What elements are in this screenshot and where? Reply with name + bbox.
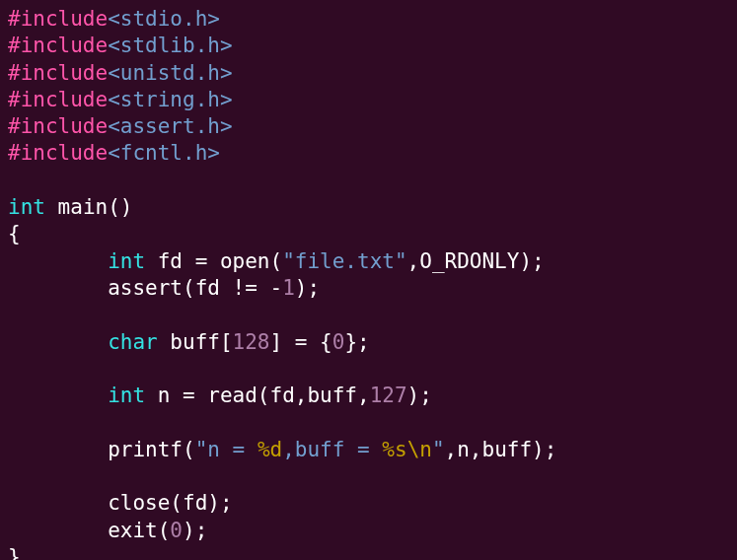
code-line-stmt: exit(0); <box>8 518 729 544</box>
code-text: }; <box>344 330 369 354</box>
string-literal: "file.txt" <box>282 249 406 273</box>
number-literal: 0 <box>332 330 345 354</box>
code-text: exit( <box>108 519 170 542</box>
preprocessor-directive: #include <box>8 61 108 85</box>
format-specifier: %d <box>258 438 282 461</box>
code-line-blank <box>8 409 729 436</box>
code-text: assert(fd != - <box>108 276 282 300</box>
code-text: ,n,buff); <box>445 438 557 461</box>
code-line-func-decl: int main() <box>8 194 729 221</box>
header-file: <assert.h> <box>108 114 232 138</box>
code-line-blank <box>8 356 729 383</box>
code-line-brace: { <box>8 221 729 247</box>
code-line-blank <box>8 463 729 490</box>
code-line-stmt: assert(fd != -1); <box>8 275 729 302</box>
preprocessor-directive: #include <box>8 7 108 31</box>
code-text: ); <box>407 384 432 407</box>
code-text: ,O_RDONLY); <box>407 249 545 273</box>
code-text: close(fd); <box>108 491 232 515</box>
code-line-include: #include<assert.h> <box>8 113 729 140</box>
code-line-include: #include<fcntl.h> <box>8 140 729 167</box>
number-literal: 127 <box>370 384 407 407</box>
number-literal: 0 <box>170 519 183 542</box>
function-name <box>45 195 58 219</box>
escape-sequence: \n <box>407 438 432 461</box>
code-text: printf( <box>108 438 195 461</box>
type-keyword: int <box>8 195 45 219</box>
code-line-stmt: int n = read(fd,buff,127); <box>8 383 729 409</box>
params: () <box>108 195 132 219</box>
preprocessor-directive: #include <box>8 88 108 111</box>
open-brace: { <box>8 222 21 245</box>
code-line-blank <box>8 168 729 194</box>
code-text: buff[ <box>158 330 233 354</box>
string-literal: ,buff = <box>282 438 382 461</box>
preprocessor-directive: #include <box>8 114 108 138</box>
code-text: n = read(fd,buff, <box>145 384 370 407</box>
string-literal: "n = <box>195 438 258 461</box>
header-file: <stdio.h> <box>108 7 220 31</box>
function-name: main <box>58 195 109 219</box>
number-literal: 128 <box>233 330 270 354</box>
code-text: ); <box>183 519 207 542</box>
code-text: fd = open( <box>145 249 282 273</box>
type-keyword: int <box>108 249 145 273</box>
header-file: <string.h> <box>108 88 232 111</box>
code-text: ); <box>295 276 320 300</box>
code-line-stmt: char buff[128] = {0}; <box>8 329 729 356</box>
header-file: <fcntl.h> <box>108 141 220 165</box>
close-brace: } <box>8 545 21 560</box>
code-line-include: #include<string.h> <box>8 87 729 113</box>
code-line-stmt: printf("n = %d,buff = %s\n",n,buff); <box>8 437 729 463</box>
format-specifier: %s <box>382 438 406 461</box>
code-line-stmt: close(fd); <box>8 490 729 517</box>
string-literal: " <box>432 438 445 461</box>
number-literal: 1 <box>282 276 295 300</box>
header-file: <unistd.h> <box>108 61 232 85</box>
preprocessor-directive: #include <box>8 34 108 57</box>
code-line-stmt: int fd = open("file.txt",O_RDONLY); <box>8 248 729 275</box>
header-file: <stdlib.h> <box>108 34 232 57</box>
code-line-include: #include<unistd.h> <box>8 60 729 87</box>
code-editor-content: #include<stdio.h>#include<stdlib.h>#incl… <box>8 6 729 560</box>
preprocessor-directive: #include <box>8 141 108 165</box>
code-line-include: #include<stdlib.h> <box>8 33 729 59</box>
code-text: ] = { <box>270 330 332 354</box>
type-keyword: int <box>108 384 145 407</box>
type-keyword: char <box>108 330 158 354</box>
code-line-blank <box>8 302 729 328</box>
code-line-brace: } <box>8 544 729 560</box>
code-line-include: #include<stdio.h> <box>8 6 729 33</box>
